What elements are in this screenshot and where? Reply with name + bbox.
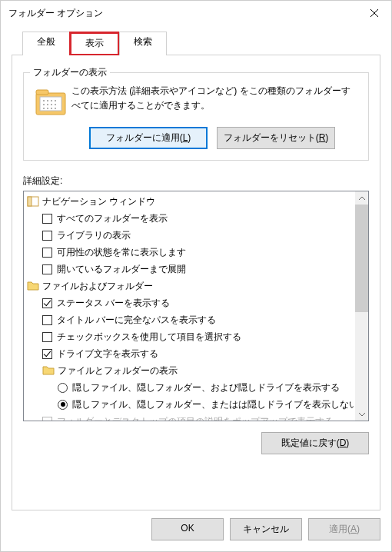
svg-point-12	[55, 104, 56, 105]
tree-item-label: 隠しファイル、隠しフォルダー、および隠しドライブを表示する	[72, 381, 340, 394]
radio[interactable]	[58, 400, 68, 410]
svg-point-16	[55, 108, 56, 109]
checkbox[interactable]	[42, 248, 52, 258]
scroll-up-button[interactable]	[355, 191, 368, 205]
restore-defaults-row: 既定値に戻す(D)	[23, 432, 369, 454]
tree-row[interactable]: すべてのフォルダーを表示	[25, 210, 354, 227]
svg-point-14	[47, 108, 48, 109]
svg-point-11	[51, 104, 52, 105]
tree-item-label: 隠しファイル、隠しフォルダー、またはは隠しドライブを表示しない	[72, 398, 355, 411]
tree-item-label: タイトル バーに完全なパスを表示する	[57, 314, 216, 327]
scroll-down-button[interactable]	[355, 407, 368, 421]
radio[interactable]	[58, 383, 68, 393]
tree-row[interactable]: フォルダーとデスクトップの項目の説明をポップアップで表示する	[25, 413, 354, 421]
tab-strip: 全般 表示 検索	[22, 32, 370, 55]
checkbox[interactable]	[42, 332, 52, 342]
tree-row: ナビゲーション ウィンドウ	[25, 193, 354, 210]
tree-row[interactable]: チェックボックスを使用して項目を選択する	[25, 328, 354, 345]
tree-row: ファイルとフォルダーの表示	[25, 362, 354, 379]
tabs-area: 全般 表示 検索	[12, 25, 380, 55]
folder-views-buttons: フォルダーに適用(L) フォルダーをリセット(R)	[33, 127, 359, 149]
tree-row[interactable]: ステータス バーを表示する	[25, 294, 354, 311]
close-icon	[370, 9, 378, 17]
tab-search[interactable]: 検索	[119, 32, 167, 55]
tree-item-label: 可用性の状態を常に表示します	[57, 246, 186, 259]
tree-item-label: ファイルおよびフォルダー	[42, 280, 153, 293]
chevron-up-icon	[359, 196, 365, 201]
ok-button[interactable]: OK	[151, 518, 224, 540]
dialog-body: 全般 表示 検索 フォルダーの表示	[1, 25, 391, 510]
folder-options-window: フォルダー オプション 全般 表示 検索 フォルダーの表示	[0, 0, 392, 552]
tree-item-label: ドライブ文字を表示する	[57, 347, 158, 361]
tree-row[interactable]: ライブラリの表示	[25, 227, 354, 244]
tab-panel-view: フォルダーの表示 この表示方法 (詳細表示やアイコンなど) をこの種類のフォルダ…	[12, 55, 380, 510]
svg-point-8	[55, 100, 56, 101]
close-button[interactable]	[357, 2, 391, 25]
advanced-settings-label: 詳細設定:	[23, 175, 369, 188]
folder-views-desc-row: この表示方法 (詳細表示やアイコンなど) をこの種類のフォルダーすべてに適用する…	[33, 84, 359, 119]
checkbox[interactable]	[42, 417, 52, 421]
chevron-down-icon	[359, 412, 365, 417]
tab-general[interactable]: 全般	[22, 32, 70, 55]
svg-point-6	[47, 100, 48, 101]
scroll-thumb[interactable]	[355, 205, 368, 312]
svg-point-5	[43, 100, 45, 101]
tree-item-label: チェックボックスを使用して項目を選択する	[57, 331, 241, 344]
reset-folders-button[interactable]: フォルダーをリセット(R)	[217, 127, 335, 149]
svg-rect-3	[36, 90, 48, 95]
folder-views-group: フォルダーの表示 この表示方法 (詳細表示やアイコンなど) をこの種類のフォルダ…	[23, 72, 369, 161]
svg-point-9	[43, 104, 45, 105]
tree-item-label: 開いているフォルダーまで展開	[57, 263, 186, 276]
cancel-button[interactable]: キャンセル	[230, 518, 302, 540]
tree-item-label: ステータス バーを表示する	[57, 297, 170, 310]
scroll-track	[355, 312, 368, 407]
tree-row[interactable]: 開いているフォルダーまで展開	[25, 261, 354, 278]
svg-rect-18	[28, 197, 32, 206]
tree-row[interactable]: タイトル バーに完全なパスを表示する	[25, 311, 354, 328]
folder-views-desc: この表示方法 (詳細表示やアイコンなど) をこの種類のフォルダーすべてに適用する…	[71, 84, 359, 119]
tree-row: ファイルおよびフォルダー	[25, 278, 354, 294]
tree-item-label: フォルダーとデスクトップの項目の説明をポップアップで表示する	[57, 415, 334, 421]
tree-row[interactable]: 隠しファイル、隠しフォルダー、またはは隠しドライブを表示しない	[25, 396, 354, 413]
apply-to-folders-button[interactable]: フォルダーに適用(L)	[89, 127, 208, 149]
svg-point-10	[47, 104, 48, 105]
checkbox[interactable]	[42, 298, 52, 308]
apply-button[interactable]: 適用(A)	[308, 518, 380, 540]
titlebar: フォルダー オプション	[1, 1, 391, 25]
advanced-settings-tree[interactable]: ナビゲーション ウィンドウすべてのフォルダーを表示ライブラリの表示可用性の状態を…	[23, 191, 369, 421]
svg-point-13	[43, 108, 45, 109]
dialog-footer: OK キャンセル 適用(A)	[1, 510, 391, 551]
tree-item-label: ナビゲーション ウィンドウ	[42, 195, 155, 208]
folder-options-icon	[33, 84, 68, 119]
tree-row[interactable]: ドライブ文字を表示する	[25, 345, 354, 362]
checkbox[interactable]	[42, 214, 52, 224]
checkbox[interactable]	[42, 264, 52, 274]
checkbox[interactable]	[42, 231, 52, 241]
vertical-scrollbar[interactable]	[355, 191, 368, 421]
restore-defaults-button[interactable]: 既定値に戻す(D)	[261, 432, 369, 454]
tab-view[interactable]: 表示	[69, 32, 120, 55]
tree-item-label: すべてのフォルダーを表示	[57, 212, 168, 225]
window-title: フォルダー オプション	[8, 7, 357, 20]
folder-views-title: フォルダーの表示	[30, 66, 110, 79]
tree-row[interactable]: 隠しファイル、隠しフォルダー、および隠しドライブを表示する	[25, 379, 354, 396]
svg-point-7	[51, 100, 52, 101]
checkbox[interactable]	[42, 349, 52, 359]
tree-item-label: ライブラリの表示	[57, 229, 131, 242]
checkbox[interactable]	[42, 315, 52, 325]
tree-body: ナビゲーション ウィンドウすべてのフォルダーを表示ライブラリの表示可用性の状態を…	[24, 191, 355, 421]
tree-item-label: ファイルとフォルダーの表示	[58, 364, 178, 377]
svg-point-15	[51, 108, 52, 109]
tree-row[interactable]: 可用性の状態を常に表示します	[25, 244, 354, 261]
